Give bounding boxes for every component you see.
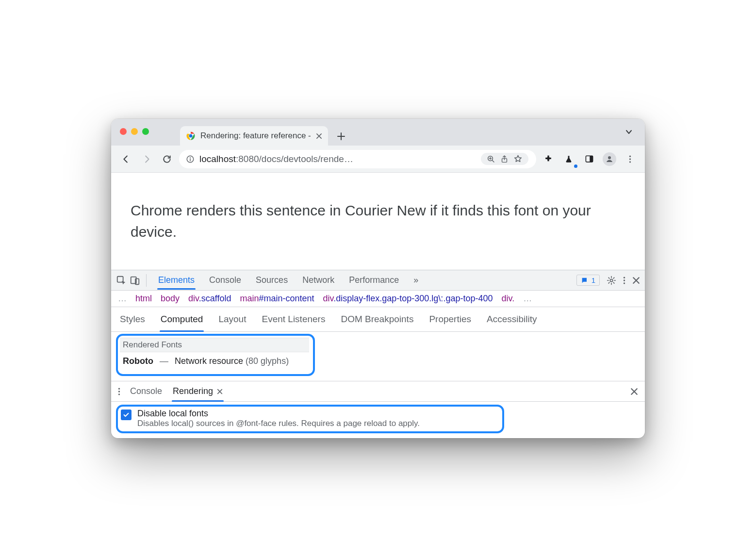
rendering-options: Disable local fonts Disables local() sou… — [111, 402, 645, 438]
subtab-dom-breakpoints[interactable]: DOM Breakpoints — [340, 310, 414, 328]
devtools-panel: Elements Console Sources Network Perform… — [111, 270, 645, 438]
rendered-fonts-title: Rendered Fonts — [120, 338, 309, 352]
svg-point-18 — [624, 282, 625, 284]
drawer-tabs: Console Rendering — [111, 381, 645, 402]
highlight-rendered-fonts: Rendered Fonts Roboto — Network resource… — [116, 334, 315, 376]
close-window-icon[interactable] — [120, 128, 127, 135]
tab-console[interactable]: Console — [208, 271, 242, 289]
devtools-toolbar: Elements Console Sources Network Perform… — [111, 270, 645, 291]
svg-point-1 — [189, 134, 193, 138]
breadcrumb-display[interactable]: div.display-flex.gap-top-300.lg\:.gap-to… — [323, 294, 493, 304]
profile-avatar[interactable] — [601, 151, 618, 167]
font-name: Roboto — [123, 356, 153, 366]
tab-network[interactable]: Network — [301, 271, 335, 289]
maximize-window-icon[interactable] — [142, 128, 149, 135]
drawer-tab-console[interactable]: Console — [129, 382, 163, 400]
back-button[interactable] — [118, 151, 134, 167]
forward-button[interactable] — [138, 151, 155, 167]
subtab-styles[interactable]: Styles — [119, 310, 146, 328]
tab-performance[interactable]: Performance — [348, 271, 400, 289]
elements-subtabs: Styles Computed Layout Event Listeners D… — [111, 307, 645, 332]
separator — [146, 274, 147, 287]
close-tab-icon[interactable] — [316, 133, 322, 139]
chrome-menu-icon[interactable] — [622, 151, 638, 167]
checkmark-icon — [123, 411, 130, 418]
breadcrumb-main[interactable]: main#main-content — [240, 294, 314, 304]
dom-breadcrumb[interactable]: … html body div.scaffold main#main-conte… — [111, 291, 645, 307]
breadcrumb-ellipsis-right[interactable]: … — [523, 294, 532, 304]
browser-tab[interactable]: Rendering: feature reference - — [180, 126, 328, 146]
svg-point-17 — [624, 279, 625, 281]
subtab-properties[interactable]: Properties — [428, 310, 472, 328]
subtab-computed[interactable]: Computed — [160, 310, 204, 328]
svg-point-20 — [118, 391, 120, 392]
option-text: Disable local fonts Disables local() sou… — [137, 409, 420, 428]
svg-point-9 — [629, 155, 630, 157]
extensions-icon[interactable] — [540, 151, 557, 167]
url-text: localhost:8080/docs/devtools/rende… — [199, 154, 476, 164]
svg-point-19 — [118, 388, 120, 389]
svg-point-21 — [118, 393, 120, 395]
drawer-tab-rendering[interactable]: Rendering — [172, 382, 224, 400]
browser-toolbar: localhost:8080/docs/devtools/rende… — [111, 146, 645, 173]
svg-point-3 — [190, 157, 191, 158]
close-rendering-tab-icon[interactable] — [217, 389, 223, 394]
chrome-favicon-icon — [186, 131, 196, 141]
subtab-accessibility[interactable]: Accessibility — [486, 310, 538, 328]
page-content: Chrome renders this sentence in Courier … — [111, 173, 645, 270]
bookmark-star-icon[interactable] — [513, 154, 523, 164]
issues-button[interactable]: 1 — [576, 275, 600, 286]
mdash: — — [160, 356, 168, 366]
svg-point-16 — [624, 277, 625, 278]
tab-title: Rendering: feature reference - — [200, 131, 311, 141]
devtools-tabs: Elements Console Sources Network Perform… — [152, 271, 574, 289]
breadcrumb-body[interactable]: body — [161, 294, 180, 304]
page-text: Chrome renders this sentence in Courier … — [131, 202, 591, 240]
subtab-layout[interactable]: Layout — [217, 310, 247, 328]
tab-strip: Rendering: feature reference - — [111, 119, 645, 146]
experiments-icon[interactable] — [560, 151, 577, 167]
rendered-fonts-section: Rendered Fonts Roboto — Network resource… — [111, 332, 645, 381]
new-tab-button[interactable] — [337, 132, 345, 141]
browser-window: Rendering: feature reference - localhost… — [111, 119, 645, 438]
breadcrumb-div-tail[interactable]: div. — [501, 294, 514, 304]
issues-count: 1 — [592, 276, 595, 284]
drawer-menu-icon[interactable] — [118, 387, 120, 396]
close-devtools-icon[interactable] — [632, 277, 640, 284]
subtab-event-listeners[interactable]: Event Listeners — [261, 310, 326, 328]
device-toolbar-icon[interactable] — [130, 275, 140, 286]
svg-point-8 — [608, 156, 611, 159]
settings-icon[interactable] — [607, 276, 616, 285]
disable-local-fonts-checkbox[interactable] — [121, 410, 131, 420]
svg-point-15 — [610, 279, 612, 281]
tab-more[interactable]: » — [412, 271, 419, 289]
tab-sources[interactable]: Sources — [255, 271, 289, 289]
tab-elements[interactable]: Elements — [157, 271, 196, 289]
drawer-tab-rendering-label: Rendering — [173, 386, 213, 396]
font-glyphs: (80 glyphs) — [246, 356, 289, 366]
tab-search-icon[interactable] — [625, 128, 633, 136]
breadcrumb-html[interactable]: html — [135, 294, 152, 304]
highlight-disable-local-fonts: Disable local fonts Disables local() sou… — [116, 405, 504, 433]
reload-button[interactable] — [159, 151, 175, 167]
address-bar[interactable]: localhost:8080/docs/devtools/rende… — [179, 150, 536, 168]
svg-point-10 — [629, 158, 630, 160]
option-description: Disables local() sources in @font-face r… — [137, 419, 420, 428]
option-title: Disable local fonts — [137, 409, 420, 419]
share-icon[interactable] — [500, 155, 509, 164]
inspect-element-icon[interactable] — [116, 275, 127, 286]
breadcrumb-ellipsis-left[interactable]: … — [118, 294, 127, 304]
devtools-menu-icon[interactable] — [623, 276, 625, 285]
close-drawer-icon[interactable] — [630, 388, 638, 395]
minimize-window-icon[interactable] — [131, 128, 138, 135]
omnibox-chip — [481, 153, 528, 165]
svg-rect-7 — [590, 156, 592, 162]
window-controls — [120, 128, 149, 135]
breadcrumb-scaffold[interactable]: div.scaffold — [188, 294, 231, 304]
rendered-fonts-row: Roboto — Network resource (80 glyphs) — [120, 352, 309, 370]
side-panel-icon[interactable] — [581, 151, 597, 167]
omnibox-actions — [481, 153, 533, 165]
site-info-icon[interactable] — [186, 155, 195, 164]
issues-icon — [581, 277, 589, 284]
zoom-icon[interactable] — [487, 155, 495, 164]
